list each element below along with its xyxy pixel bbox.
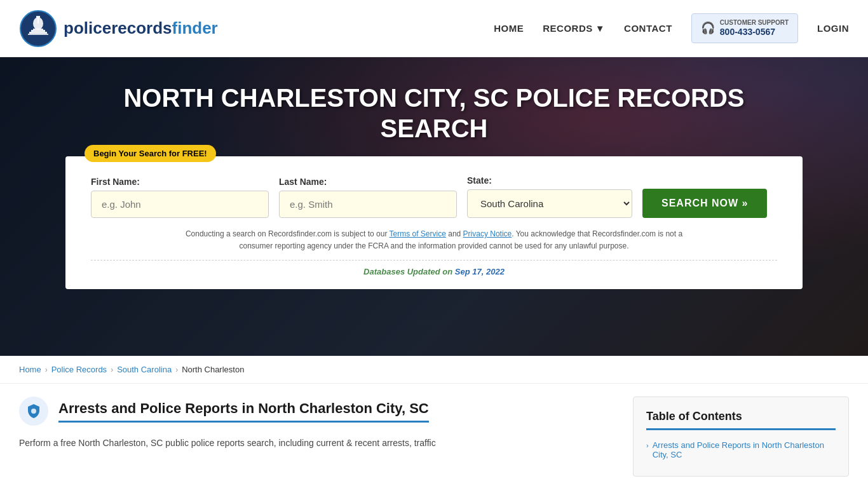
chevron-down-icon: ▼ bbox=[595, 23, 605, 34]
hero-section: NORTH CHARLESTON CITY, SC POLICE RECORDS… bbox=[0, 57, 868, 356]
last-name-label: Last Name: bbox=[279, 177, 457, 187]
shield-badge-icon bbox=[25, 403, 42, 419]
content-left: Arrests and Police Reports in North Char… bbox=[19, 396, 633, 477]
article-header: Arrests and Police Reports in North Char… bbox=[19, 396, 614, 426]
toc-arrow-icon: › bbox=[646, 442, 649, 449]
logo-text: policerecordsfinder bbox=[64, 18, 218, 38]
main-nav: HOME RECORDS ▼ CONTACT 🎧 CUSTOMER SUPPOR… bbox=[494, 13, 849, 43]
svg-rect-4 bbox=[29, 32, 47, 34]
free-badge: Begin Your Search for FREE! bbox=[85, 145, 216, 162]
last-name-group: Last Name: bbox=[279, 177, 457, 218]
nav-contact[interactable]: CONTACT bbox=[624, 23, 672, 34]
nav-home[interactable]: HOME bbox=[494, 23, 524, 34]
toc-card: Table of Contents ›Arrests and Police Re… bbox=[633, 396, 849, 477]
hero-title: NORTH CHARLESTON CITY, SC POLICE RECORDS… bbox=[85, 83, 783, 144]
search-button[interactable]: SEARCH NOW » bbox=[642, 189, 767, 218]
article-title: Arrests and Police Reports in North Char… bbox=[58, 400, 429, 423]
svg-rect-6 bbox=[37, 17, 39, 24]
privacy-link[interactable]: Privacy Notice bbox=[463, 229, 512, 238]
svg-rect-7 bbox=[36, 16, 40, 18]
svg-rect-5 bbox=[28, 34, 48, 35]
headset-icon: 🎧 bbox=[701, 21, 715, 35]
site-header: policerecordsfinder HOME RECORDS ▼ CONTA… bbox=[0, 0, 868, 57]
state-select[interactable]: AlabamaAlaskaArizonaArkansasCaliforniaCo… bbox=[467, 189, 632, 218]
logo[interactable]: policerecordsfinder bbox=[19, 10, 218, 48]
nav-records[interactable]: RECORDS ▼ bbox=[543, 23, 605, 34]
svg-rect-2 bbox=[33, 29, 43, 30]
breadcrumb-sep-1: › bbox=[45, 365, 48, 374]
disclaimer-text: Conducting a search on Recordsfinder.com… bbox=[180, 228, 688, 252]
article-body: Perform a free North Charleston, SC publ… bbox=[19, 436, 614, 451]
support-text: CUSTOMER SUPPORT 800-433-0567 bbox=[720, 19, 789, 37]
state-group: State: AlabamaAlaskaArizonaArkansasCalif… bbox=[467, 175, 632, 218]
state-label: State: bbox=[467, 175, 632, 186]
logo-icon bbox=[19, 10, 57, 48]
breadcrumb-police-records[interactable]: Police Records bbox=[51, 365, 107, 374]
breadcrumb-home[interactable]: Home bbox=[19, 365, 41, 374]
content-right: Table of Contents ›Arrests and Police Re… bbox=[633, 396, 849, 477]
breadcrumb-sep-3: › bbox=[175, 365, 178, 374]
first-name-group: First Name: bbox=[91, 177, 269, 218]
breadcrumb-city: North Charleston bbox=[182, 365, 244, 374]
badge-icon bbox=[19, 396, 48, 426]
toc-list: ›Arrests and Police Reports in North Cha… bbox=[646, 437, 836, 463]
breadcrumb: Home › Police Records › South Carolina ›… bbox=[0, 356, 868, 384]
db-updated: Databases Updated on Sep 17, 2022 bbox=[91, 260, 777, 276]
svg-point-8 bbox=[31, 409, 36, 414]
breadcrumb-state[interactable]: South Carolina bbox=[117, 365, 172, 374]
customer-support-button[interactable]: 🎧 CUSTOMER SUPPORT 800-433-0567 bbox=[691, 13, 798, 43]
last-name-input[interactable] bbox=[279, 191, 457, 218]
nav-login[interactable]: LOGIN bbox=[817, 23, 849, 34]
toc-item[interactable]: ›Arrests and Police Reports in North Cha… bbox=[646, 437, 836, 463]
search-card: Begin Your Search for FREE! First Name: … bbox=[65, 156, 803, 289]
toc-title: Table of Contents bbox=[646, 410, 836, 430]
first-name-label: First Name: bbox=[91, 177, 269, 187]
first-name-input[interactable] bbox=[91, 191, 269, 218]
terms-link[interactable]: Terms of Service bbox=[390, 229, 446, 238]
main-content: Arrests and Police Reports in North Char… bbox=[0, 396, 868, 477]
search-form: First Name: Last Name: State: AlabamaAla… bbox=[91, 175, 777, 218]
breadcrumb-sep-2: › bbox=[111, 365, 113, 374]
svg-rect-3 bbox=[31, 30, 45, 32]
